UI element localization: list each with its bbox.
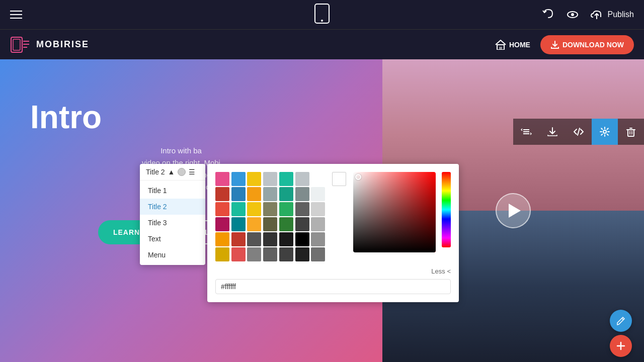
mobirise-logo-icon	[10, 34, 31, 55]
color-swatch-27[interactable]	[311, 217, 325, 231]
nav-right: HOME DOWNLOAD NOW	[495, 35, 634, 54]
color-swatch-3[interactable]	[263, 172, 277, 186]
color-swatches	[215, 172, 326, 261]
toolbar-center	[314, 4, 330, 26]
color-swatch-32[interactable]	[279, 232, 293, 246]
color-swatch-10[interactable]	[263, 187, 277, 201]
style-option-text[interactable]: Text	[140, 231, 205, 247]
white-swatch[interactable]	[332, 172, 346, 186]
color-swatch-33[interactable]	[295, 232, 309, 246]
color-swatch-23[interactable]	[247, 217, 261, 231]
publish-label: Publish	[608, 10, 634, 19]
color-swatch-40[interactable]	[295, 247, 309, 261]
color-swatch-36[interactable]	[231, 247, 246, 261]
color-swatch-19[interactable]	[295, 202, 309, 216]
color-swatch-37[interactable]	[247, 247, 261, 261]
svg-point-1	[321, 20, 323, 22]
rainbow-bar[interactable]	[442, 172, 451, 247]
color-swatch-17[interactable]	[263, 202, 277, 216]
color-swatch-28[interactable]	[215, 232, 229, 246]
svg-point-3	[571, 13, 574, 16]
color-swatch-7[interactable]	[215, 187, 229, 201]
color-swatch-26[interactable]	[295, 217, 309, 231]
color-swatch-41[interactable]	[311, 247, 325, 261]
fab-edit-button[interactable]	[610, 310, 632, 332]
fab-add-button[interactable]	[610, 335, 632, 357]
color-swatch-12[interactable]	[295, 187, 309, 201]
dropdown-header[interactable]: Title 2 ▲ ☰	[140, 164, 205, 180]
download-section-icon-btn[interactable]	[539, 119, 566, 145]
action-bar	[513, 119, 644, 145]
download-button[interactable]: DOWNLOAD NOW	[540, 35, 634, 54]
color-swatch-16[interactable]	[247, 202, 261, 216]
hamburger-menu[interactable]	[10, 11, 22, 19]
home-icon	[495, 40, 506, 50]
hero-title: Intro	[30, 100, 332, 135]
gradient-bg	[353, 172, 436, 252]
color-swatch-30[interactable]	[247, 232, 261, 246]
preview-icon[interactable]	[566, 8, 580, 22]
reorder-icon-btn[interactable]	[513, 119, 539, 145]
canvas: Intro Intro with ba video on the right. …	[0, 59, 644, 362]
color-swatch-5[interactable]	[295, 172, 309, 186]
color-swatch-1[interactable]	[231, 172, 246, 186]
less-button[interactable]: Less <	[215, 267, 451, 275]
color-swatch-34[interactable]	[311, 232, 325, 246]
phone-icon[interactable]	[314, 4, 330, 24]
color-swatch-9[interactable]	[247, 187, 261, 201]
svg-line-22	[622, 318, 623, 320]
color-swatch-4[interactable]	[279, 172, 293, 186]
color-swatch-31[interactable]	[263, 232, 277, 246]
style-option-title2[interactable]: Title 2	[140, 199, 205, 215]
white-swatch-area	[332, 172, 347, 261]
download-label: DOWNLOAD NOW	[562, 41, 624, 49]
play-button[interactable]	[496, 193, 531, 228]
code-icon-btn[interactable]	[566, 119, 592, 145]
color-swatch-18[interactable]	[279, 202, 293, 216]
color-swatch-14[interactable]	[215, 202, 229, 216]
selected-style-label: Title 2	[146, 168, 165, 176]
top-toolbar: Publish	[0, 0, 644, 29]
add-icon	[616, 341, 626, 351]
color-swatch-29[interactable]	[231, 232, 246, 246]
svg-rect-11	[499, 47, 502, 50]
settings-icon-btn[interactable]	[592, 119, 618, 145]
gradient-picker[interactable]	[353, 172, 436, 252]
logo-area[interactable]: MOBIRISE	[10, 34, 89, 55]
hex-input-area	[215, 279, 451, 294]
dropdown-items: Title 1 Title 2 Title 3 Text Menu	[140, 180, 205, 265]
color-swatch-25[interactable]	[279, 217, 293, 231]
gradient-dark-overlay	[353, 172, 436, 252]
svg-rect-17	[628, 130, 634, 136]
align-icon[interactable]: ☰	[189, 168, 195, 176]
color-swatch-24[interactable]	[263, 217, 277, 231]
color-swatch-0[interactable]	[215, 172, 229, 186]
color-swatch-38[interactable]	[263, 247, 277, 261]
color-swatch-6[interactable]	[311, 172, 325, 186]
style-dropdown: Title 2 ▲ ☰ Title 1 Title 2 Title 3 Text…	[140, 164, 205, 265]
color-dot[interactable]	[178, 168, 186, 176]
undo-icon[interactable]	[541, 8, 555, 22]
color-swatch-13[interactable]	[311, 187, 325, 201]
style-option-title3[interactable]: Title 3	[140, 215, 205, 231]
color-swatch-8[interactable]	[231, 187, 246, 201]
delete-icon-btn[interactable]	[618, 119, 644, 145]
app-header: MOBIRISE HOME DOWNLOAD NOW	[0, 29, 644, 59]
color-swatch-21[interactable]	[215, 217, 229, 231]
gradient-handle[interactable]	[355, 174, 361, 180]
download-icon	[550, 40, 559, 49]
color-swatch-35[interactable]	[215, 247, 229, 261]
color-swatch-11[interactable]	[279, 187, 293, 201]
style-option-title1[interactable]: Title 1	[140, 183, 205, 199]
style-option-menu[interactable]: Menu	[140, 247, 205, 263]
publish-button[interactable]: Publish	[590, 9, 634, 20]
home-link[interactable]: HOME	[495, 40, 530, 50]
text-style-popup: Title 2 ▲ ☰ Title 1 Title 2 Title 3 Text…	[140, 164, 459, 302]
color-swatch-39[interactable]	[279, 247, 293, 261]
color-swatch-2[interactable]	[247, 172, 261, 186]
color-swatch-15[interactable]	[231, 202, 246, 216]
svg-line-15	[578, 128, 580, 135]
hex-input[interactable]	[221, 283, 445, 291]
color-swatch-20[interactable]	[311, 202, 325, 216]
color-swatch-22[interactable]	[231, 217, 246, 231]
